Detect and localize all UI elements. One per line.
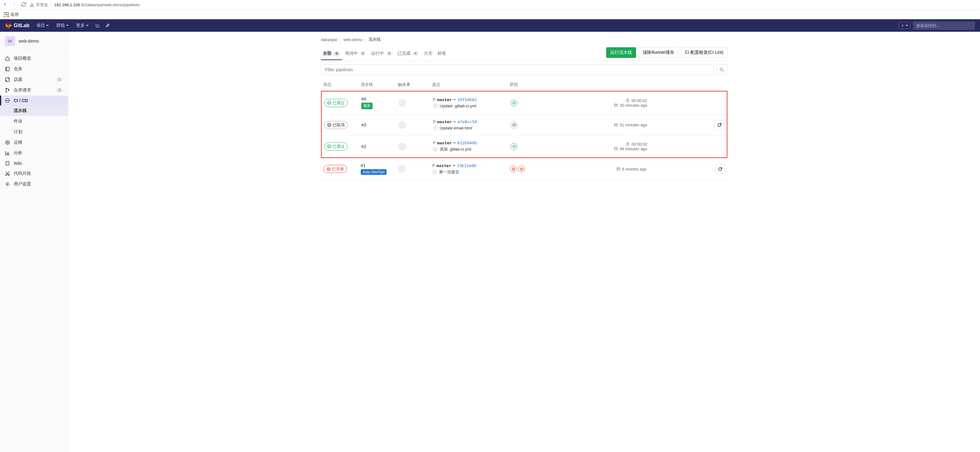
new-dropdown[interactable] <box>899 22 910 29</box>
wrench-icon[interactable] <box>105 23 110 29</box>
commit-sha[interactable]: 39f54b82 <box>457 97 477 102</box>
commit-message[interactable]: 第一次提交 <box>432 169 510 175</box>
sidebar-item-snippets[interactable]: 代码片段 <box>0 168 68 179</box>
tab-pending[interactable]: 等待中0 <box>343 48 368 60</box>
svg-point-9 <box>8 174 10 176</box>
run-pipeline-button[interactable]: 运行流水线 <box>606 47 636 58</box>
retry-button[interactable] <box>714 120 724 130</box>
commit-message[interactable]: Update .gitlab-ci.yml <box>433 103 511 108</box>
url-text[interactable]: 192.168.1.106:82/dalianpai/web-demo/pipe… <box>54 3 140 7</box>
sidebar-item-merge[interactable]: 合并请求0 <box>0 85 68 96</box>
tab-finished[interactable]: 已完成4 <box>396 48 421 60</box>
browser-back-icon[interactable] <box>3 2 8 8</box>
svg-point-14 <box>433 100 434 101</box>
svg-point-2 <box>6 88 7 89</box>
svg-point-22 <box>433 122 434 123</box>
chevron-down-icon <box>86 25 89 26</box>
trigger-avatar[interactable] <box>399 121 406 129</box>
sidebar-item-cicd[interactable]: CI / CD <box>0 96 68 105</box>
svg-rect-42 <box>617 168 620 170</box>
pipeline-id[interactable]: #2 <box>361 144 399 149</box>
breadcrumb-link[interactable]: dalianpai <box>321 37 337 42</box>
browser-reload-icon[interactable] <box>21 2 26 8</box>
ci-lint-button[interactable]: CI 配置检查(CI Lint) <box>681 47 727 58</box>
commit-sha[interactable]: 612b940b <box>457 141 477 145</box>
finished-ago: 49 minutes ago <box>598 147 647 151</box>
nav-more[interactable]: 更多 <box>73 21 92 30</box>
apps-icon[interactable] <box>4 12 9 17</box>
commit-author-avatar <box>432 169 437 174</box>
breadcrumb-current: 流水线 <box>369 37 381 42</box>
highlight-annotation: 已通过 #4 最新 master 39f54b82 Update .gitlab… <box>321 91 727 158</box>
filter-search-button[interactable] <box>716 64 727 75</box>
trigger-avatar[interactable] <box>399 99 406 107</box>
pipeline-id[interactable]: #1 <box>361 163 398 168</box>
clear-cache-button[interactable]: 清除Runner缓存 <box>638 47 678 58</box>
svg-point-37 <box>433 166 433 167</box>
apps-label[interactable]: 应用 <box>11 12 19 18</box>
status-badge-failed[interactable]: 已失败 <box>323 165 347 173</box>
stage-failed-icon[interactable] <box>510 166 517 172</box>
commit-branch[interactable]: master e7e8cc54 <box>433 120 511 124</box>
commit-sha[interactable]: e7e8cc54 <box>457 120 477 124</box>
sidebar-sub-schedules[interactable]: 计划 <box>0 126 68 137</box>
status-badge-canceled[interactable]: 已取消 <box>324 121 348 129</box>
trigger-avatar[interactable] <box>399 143 406 150</box>
sidebar-item-repo[interactable]: 仓库 <box>0 64 68 74</box>
branch-icon <box>433 97 436 102</box>
browser-address-bar: 不安全 | 192.168.1.106:82/dalianpai/web-dem… <box>0 0 980 10</box>
finished-ago: 6 months ago <box>597 167 647 171</box>
svg-point-16 <box>454 99 455 100</box>
svg-point-38 <box>434 165 435 166</box>
tab-tags[interactable]: 标签 <box>436 48 448 60</box>
svg-point-11 <box>720 68 723 70</box>
branch-icon <box>432 163 435 168</box>
commit-author-avatar <box>433 125 438 130</box>
breadcrumb: dalianpai › web-demo › 流水线 <box>321 37 727 42</box>
svg-point-31 <box>454 142 455 143</box>
pipeline-row: 已取消 #3 master e7e8cc54 Update email.html <box>321 115 727 136</box>
stage-failed-icon[interactable] <box>518 166 525 172</box>
commit-sha[interactable]: 33b12edb <box>457 163 476 168</box>
stage-passed-icon[interactable] <box>511 143 517 150</box>
sidebar-item-settings[interactable]: 用户设置 <box>0 179 68 190</box>
project-header[interactable]: W web-demo <box>0 32 68 51</box>
tab-all[interactable]: 全部4 <box>321 48 342 60</box>
sidebar-item-issues[interactable]: 议题0 <box>0 74 68 85</box>
sidebar-sub-pipelines[interactable]: 流水线 <box>0 105 68 116</box>
finished-ago: 31 minutes ago <box>598 123 647 127</box>
browser-forward-icon[interactable] <box>12 2 17 8</box>
commit-icon <box>453 120 456 124</box>
commit-branch[interactable]: master 612b940b <box>433 141 511 145</box>
trigger-avatar[interactable] <box>398 165 406 172</box>
breadcrumb-link[interactable]: web-demo <box>343 37 362 42</box>
sidebar-sub-jobs[interactable]: 作业 <box>0 116 68 126</box>
tab-branches[interactable]: 分支 <box>422 48 434 60</box>
commit-message[interactable]: Update email.html <box>433 125 511 130</box>
pipeline-id[interactable]: #3 <box>361 123 399 128</box>
commit-icon <box>453 141 456 145</box>
nav-groups[interactable]: 群组 <box>53 21 72 30</box>
retry-button[interactable] <box>715 164 725 174</box>
stage-passed-icon[interactable] <box>511 99 517 106</box>
commit-message[interactable]: 添加 .gitlab-ci.yml <box>433 147 511 152</box>
gitlab-logo[interactable]: GitLab <box>5 22 30 29</box>
stage-canceled-icon[interactable] <box>511 121 517 128</box>
activity-icon[interactable] <box>95 23 100 29</box>
commit-branch[interactable]: master 39f54b82 <box>433 97 511 102</box>
nav-projects[interactable]: 项目 <box>33 21 52 30</box>
sidebar-item-ops[interactable]: 运维 <box>0 137 68 148</box>
svg-point-13 <box>433 98 434 99</box>
global-search-input[interactable] <box>913 21 975 30</box>
sidebar-item-analytics[interactable]: 分析 <box>0 148 68 158</box>
filter-input[interactable] <box>321 64 714 75</box>
commit-branch[interactable]: master 33b12edb <box>432 163 510 168</box>
sidebar-item-wiki[interactable]: Wiki <box>0 158 68 168</box>
sidebar-item-overview[interactable]: 项目概览 <box>0 53 68 64</box>
status-badge-passed[interactable]: 已通过 <box>324 142 348 150</box>
status-badge-passed[interactable]: 已通过 <box>324 99 348 107</box>
tab-running[interactable]: 运行中0 <box>369 48 394 60</box>
label-autodevops: Auto DevOps <box>361 169 387 175</box>
chevron-down-icon <box>46 25 49 26</box>
pipeline-id[interactable]: #4 <box>361 96 399 101</box>
